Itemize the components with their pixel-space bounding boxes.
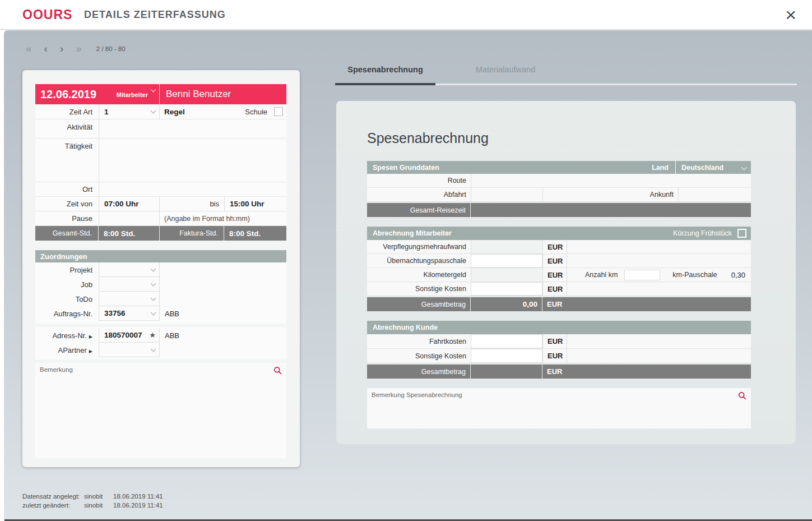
created-user: sinobit bbox=[84, 492, 113, 501]
zeit-von-field[interactable]: 07:00 Uhr bbox=[99, 197, 160, 211]
ort-label: Ort bbox=[35, 185, 99, 193]
auftrag-select[interactable]: 33756 bbox=[99, 306, 160, 321]
ort-row: Ort bbox=[35, 182, 286, 197]
sonstige-kosten-field[interactable] bbox=[471, 282, 542, 296]
zeit-bis-field[interactable]: 15:00 Uhr bbox=[224, 197, 286, 211]
currency-label: EUR bbox=[542, 268, 567, 282]
kunde-gesamt-value bbox=[471, 365, 542, 379]
kunde-sonstige-input[interactable] bbox=[471, 349, 542, 362]
schule-label: Schule bbox=[245, 108, 274, 116]
row-filler bbox=[567, 254, 751, 268]
reisezeit-bar: Gesamt-Reisezeit bbox=[367, 203, 751, 217]
bis-label: bis bbox=[160, 197, 224, 211]
search-icon[interactable] bbox=[273, 366, 282, 377]
anzahl-km-input[interactable] bbox=[624, 270, 660, 280]
taetigkeit-row: Tätigkeit bbox=[35, 139, 286, 182]
mitarbeiter-gesamt-bar: Gesamtbetrag 0,00 EUR bbox=[367, 297, 751, 311]
schule-checkbox[interactable] bbox=[274, 107, 283, 116]
chevron-down-icon bbox=[151, 295, 156, 301]
search-icon[interactable] bbox=[738, 391, 746, 402]
bemerkung-textarea[interactable]: Bemerkung bbox=[35, 363, 286, 458]
tab-active-underline bbox=[335, 83, 435, 85]
kilometergeld-field bbox=[471, 268, 542, 282]
bemerkung-spesen-textarea[interactable]: Bemerkung Spesenabrechnung bbox=[367, 388, 751, 428]
grunddaten-header: Spesen Grunddaten Land Deutschland bbox=[367, 161, 751, 174]
chevron-down-icon[interactable] bbox=[151, 87, 156, 93]
pause-label: Pause bbox=[35, 214, 99, 223]
apartner-select[interactable] bbox=[99, 343, 160, 357]
faktura-std-value: 8:00 Std. bbox=[224, 226, 286, 241]
pause-field[interactable] bbox=[99, 211, 160, 225]
nav-first-icon[interactable]: « bbox=[26, 43, 32, 55]
abfahrt-label: Abfahrt bbox=[367, 188, 471, 201]
gesamtbetrag-label: Gesamtbetrag bbox=[367, 297, 471, 311]
fahrtkosten-input[interactable] bbox=[471, 335, 542, 348]
modified-user: sinobit bbox=[84, 501, 113, 510]
zeit-von-label: Zeit von bbox=[35, 200, 99, 208]
pause-row: Pause (Angabe im Format hh:mm) bbox=[35, 211, 286, 226]
row-filler bbox=[567, 334, 751, 348]
land-select[interactable]: Deutschland bbox=[676, 164, 742, 172]
sonstige-kosten-label: Sonstige Kosten bbox=[367, 282, 471, 296]
currency-label: EUR bbox=[542, 334, 567, 348]
gesamt-std-label: Gesamt-Std. bbox=[35, 226, 99, 241]
employee-name: Benni Benutzer bbox=[160, 84, 286, 104]
chevron-down-icon bbox=[151, 108, 156, 114]
gesamtbetrag-label: Gesamtbetrag bbox=[367, 365, 471, 379]
modified-label: zuletzt geändert: bbox=[22, 501, 84, 510]
gesamt-std-value: 8:00 Std. bbox=[99, 226, 160, 241]
adress-label: Adress-Nr.▶ bbox=[35, 331, 99, 340]
tab-spesenabrechnung[interactable]: Spesenabrechnung bbox=[335, 65, 435, 74]
chevron-down-icon bbox=[151, 280, 156, 286]
kuerzung-checkbox[interactable] bbox=[737, 229, 746, 238]
role-selector[interactable]: Mitarbeiter bbox=[117, 91, 148, 98]
zeit-von-row: Zeit von 07:00 Uhr bis 15:00 Uhr bbox=[35, 197, 286, 211]
aktivitaet-field[interactable] bbox=[99, 119, 286, 138]
kunde-sonstige-field[interactable] bbox=[471, 349, 542, 363]
nav-next-icon[interactable]: › bbox=[60, 43, 63, 55]
fahrtkosten-field[interactable] bbox=[471, 334, 542, 348]
kunde-gesamt-bar: Gesamtbetrag EUR bbox=[367, 365, 751, 379]
kunde-sonstige-row: Sonstige Kosten EUR bbox=[367, 349, 751, 363]
uebernachtung-label: Übernachtungspauschale bbox=[367, 254, 471, 268]
sonstige-kosten-row: Sonstige Kosten EUR bbox=[367, 282, 751, 296]
uebernachtung-input[interactable] bbox=[471, 255, 542, 267]
route-field[interactable] bbox=[471, 174, 751, 187]
nav-last-icon[interactable]: » bbox=[76, 43, 82, 55]
row-filler bbox=[567, 349, 751, 363]
page-title: DETAILS ZEITERFASSUNG bbox=[84, 9, 226, 21]
auftrag-label: Auftrags-Nr. bbox=[35, 310, 99, 318]
job-select[interactable] bbox=[99, 277, 160, 292]
created-label: Datensatz angelegt: bbox=[22, 492, 84, 501]
tab-materialaufwand[interactable]: Materialaufwand bbox=[435, 65, 576, 74]
abfahrt-row: Abfahrt Ankunft bbox=[367, 188, 751, 202]
close-icon[interactable]: × bbox=[785, 3, 796, 26]
chevron-down-icon[interactable] bbox=[741, 165, 747, 170]
created-timestamp: 18.06.2019 11:41 bbox=[113, 492, 163, 501]
fahrtkosten-label: Fahrtkosten bbox=[367, 334, 471, 348]
anzahl-km-label: Anzahl km bbox=[585, 271, 618, 279]
triangle-right-icon[interactable]: ▶ bbox=[89, 349, 92, 354]
adress-field[interactable]: 180570007 ★ bbox=[99, 328, 160, 343]
star-icon[interactable]: ★ bbox=[149, 331, 156, 339]
currency-label: EUR bbox=[542, 349, 567, 363]
projekt-select[interactable] bbox=[99, 262, 160, 277]
zeit-art-value: 1 bbox=[104, 108, 109, 116]
chevron-down-icon bbox=[151, 266, 156, 271]
entry-date[interactable]: 12.06.2019 bbox=[35, 88, 96, 100]
taetigkeit-field[interactable] bbox=[99, 139, 286, 182]
kuerzung-label: Kürzung Frühstück bbox=[673, 229, 737, 237]
kilometergeld-row: Kilometergeld EUR Anzahl km km-Pauschale… bbox=[367, 268, 751, 282]
sonstige-kosten-input[interactable] bbox=[471, 283, 542, 295]
adress-info: ABB bbox=[160, 331, 179, 340]
projekt-row: Projekt bbox=[35, 262, 286, 277]
ort-field[interactable] bbox=[99, 182, 286, 196]
todo-select[interactable] bbox=[99, 292, 160, 306]
uebernachtung-field[interactable] bbox=[471, 254, 542, 268]
zeit-art-select[interactable]: 1 bbox=[99, 104, 160, 119]
abfahrt-field[interactable] bbox=[471, 188, 542, 201]
ankunft-field[interactable] bbox=[678, 188, 751, 201]
kunde-header: Abrechnung Kunde bbox=[367, 321, 751, 334]
triangle-right-icon[interactable]: ▶ bbox=[89, 334, 92, 339]
nav-prev-icon[interactable]: ‹ bbox=[44, 43, 48, 55]
